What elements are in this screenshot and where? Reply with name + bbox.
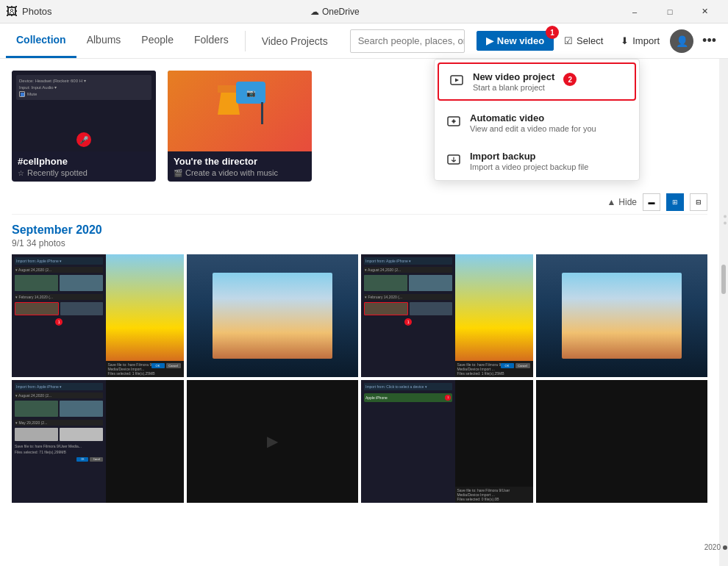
- select-icon: ☑: [564, 35, 573, 46]
- nav-bar: Collection Albums People Folders Video P…: [0, 24, 728, 59]
- photo-cell-3[interactable]: Import from: Apple iPhone ▾ ▾ August 24,…: [361, 254, 533, 377]
- app-title: Photos: [22, 6, 51, 17]
- year-dot: [723, 545, 727, 550]
- tab-people[interactable]: People: [131, 24, 184, 58]
- window-controls: – □ ✕: [618, 0, 722, 24]
- new-video-project-icon: [449, 73, 464, 87]
- photo-cell-2[interactable]: [187, 254, 359, 377]
- star-icon: ☆: [18, 169, 24, 177]
- new-video-project-text: New video project Start a blank project: [473, 71, 554, 92]
- action-buttons: ▶ New video 1 ☑ Select ⬇ Import 👤 •••: [477, 29, 722, 53]
- featured-card-director-title: You're the director: [174, 156, 306, 167]
- onedrive-label: ☁ OneDrive: [310, 7, 360, 17]
- cloud-icon: ☁: [310, 7, 319, 17]
- featured-card-director[interactable]: 📷 You're the director 🎬 Create a video w…: [168, 71, 312, 182]
- video-icon: ▶: [486, 35, 493, 46]
- nav-tabs: Collection Albums People Folders: [6, 24, 239, 58]
- scroll-dot: [724, 222, 727, 225]
- import-backup-text: Import backup Import a video project bac…: [470, 151, 588, 171]
- import-button[interactable]: ⬇ Import: [613, 32, 667, 50]
- new-video-badge: 1: [546, 26, 559, 39]
- search-box[interactable]: 🔍: [350, 29, 465, 53]
- photo-cell-5[interactable]: Import from: Apple iPhone ▾ ▾ August 24,…: [12, 380, 184, 503]
- featured-card-cellphone[interactable]: Device: Headset (Rocketr 600 H ▾ Input: …: [12, 71, 156, 182]
- tab-folders[interactable]: Folders: [184, 24, 239, 58]
- featured-card-cellphone-title: #cellphone: [18, 156, 150, 167]
- dropdown-menu: New video project Start a blank project …: [434, 59, 640, 181]
- tab-collection[interactable]: Collection: [6, 24, 76, 58]
- automatic-video-icon: [446, 114, 461, 129]
- section-meta: 9/1 34 photos: [12, 238, 707, 248]
- up-arrow-icon: ▲: [607, 197, 615, 207]
- search-input[interactable]: [351, 35, 465, 46]
- photo-cell-7[interactable]: Import from: Click to select a device ▾ …: [361, 380, 533, 503]
- photo-cell-8[interactable]: [536, 380, 708, 503]
- view-large-button[interactable]: ⊟: [690, 193, 707, 211]
- tab-albums[interactable]: Albums: [76, 24, 132, 58]
- photo-cell-1[interactable]: Import from: Apple iPhone ▾ ▾ August 24,…: [12, 254, 184, 377]
- close-button[interactable]: ✕: [688, 0, 722, 24]
- featured-card-cellphone-subtitle: ☆ Recently spotted: [18, 168, 150, 177]
- avatar-button[interactable]: 👤: [670, 29, 693, 53]
- featured-card-director-subtitle: 🎬 Create a video with music: [174, 168, 306, 177]
- photo-grid: Import from: Apple iPhone ▾ ▾ August 24,…: [12, 254, 707, 503]
- minimize-button[interactable]: –: [618, 0, 652, 24]
- select-button[interactable]: ☑ Select: [557, 32, 610, 50]
- photo-cell-4[interactable]: [536, 254, 708, 377]
- dropdown-badge: 2: [563, 73, 577, 86]
- year-label: 2020: [704, 543, 727, 551]
- photos-icon: 🖼: [6, 5, 18, 18]
- hide-button[interactable]: ▲ Hide: [607, 197, 637, 207]
- view-medium-button[interactable]: ⊞: [666, 193, 684, 211]
- avatar-icon: 👤: [676, 35, 688, 47]
- scroll-dot: [724, 215, 727, 218]
- dropdown-item-new-video-project[interactable]: New video project Start a blank project …: [438, 62, 636, 101]
- film-icon: 🎬: [174, 169, 182, 177]
- import-backup-icon: [446, 152, 461, 167]
- app-title-area: 🖼 Photos: [6, 5, 51, 18]
- svg-point-2: [452, 120, 455, 123]
- import-icon: ⬇: [621, 35, 629, 46]
- more-button[interactable]: •••: [696, 29, 722, 52]
- automatic-video-text: Automatic video View and edit a video ma…: [470, 112, 596, 133]
- section-header: September 2020 9/1 34 photos: [12, 223, 707, 248]
- title-bar: 🖼 Photos ☁ OneDrive – □ ✕: [0, 0, 728, 24]
- nav-divider: [245, 31, 246, 51]
- view-controls: ▲ Hide ▬ ⊞ ⊟: [12, 190, 707, 215]
- photo-cell-6[interactable]: ▶: [187, 380, 359, 503]
- nav-video-projects[interactable]: Video Projects: [251, 35, 338, 47]
- view-small-button[interactable]: ▬: [643, 193, 660, 211]
- dropdown-item-import-backup[interactable]: Import backup Import a video project bac…: [435, 142, 639, 180]
- maximize-button[interactable]: □: [653, 0, 687, 24]
- section-title: September 2020: [12, 223, 707, 237]
- new-video-button[interactable]: ▶ New video 1: [477, 31, 554, 51]
- scrollbar[interactable]: 2020: [719, 59, 728, 566]
- dropdown-item-automatic-video[interactable]: Automatic video View and edit a video ma…: [435, 104, 639, 142]
